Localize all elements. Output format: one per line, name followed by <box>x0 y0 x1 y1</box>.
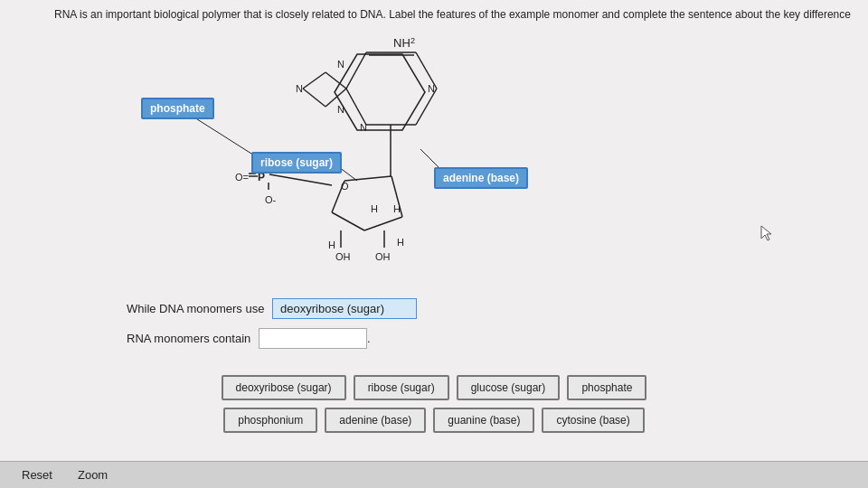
svg-line-9 <box>303 72 326 89</box>
zoom-button[interactable]: Zoom <box>74 466 111 483</box>
bank-item-cytosine[interactable]: cytosine (base) <box>542 408 644 433</box>
svg-text:N: N <box>296 83 303 94</box>
sentence-line-1: While DNA monomers use deoxyribose (suga… <box>127 298 669 319</box>
phosphate-label-box: phosphate <box>141 98 214 119</box>
sentence-1-answer[interactable]: deoxyribose (sugar) <box>272 298 417 319</box>
reset-button[interactable]: Reset <box>18 466 56 483</box>
svg-text:N: N <box>337 59 344 70</box>
sentence-1-prefix: While DNA monomers use <box>127 302 264 315</box>
phosphate-label-text: phosphate <box>150 102 205 115</box>
bank-item-phosphate[interactable]: phosphate <box>567 375 646 400</box>
main-container: RNA is an important biological polymer t… <box>0 0 868 488</box>
adenine-label-text: adenine (base) <box>443 172 519 184</box>
svg-text:O=: O= <box>235 172 249 183</box>
svg-line-23 <box>332 181 344 212</box>
svg-line-8 <box>326 72 346 89</box>
sentence-line-2: RNA monomers contain . <box>127 328 669 349</box>
svg-text:OH: OH <box>375 251 391 262</box>
svg-line-21 <box>364 217 402 230</box>
sentence-area: While DNA monomers use deoxyribose (suga… <box>127 298 669 358</box>
svg-line-36 <box>269 174 332 185</box>
cursor <box>760 224 774 242</box>
svg-text:2: 2 <box>410 36 415 45</box>
bank-item-deoxyribose[interactable]: deoxyribose (sugar) <box>222 375 346 400</box>
nh2-text: NH <box>393 36 410 50</box>
svg-line-22 <box>332 212 364 230</box>
svg-line-5 <box>346 89 366 125</box>
ribose-label-box: ribose (sugar) <box>251 152 342 174</box>
bank-item-glucose[interactable]: glucose (sugar) <box>457 375 561 400</box>
svg-line-10 <box>303 89 326 107</box>
bank-item-guanine[interactable]: guanine (base) <box>433 408 534 433</box>
sentence-2-prefix: RNA monomers contain <box>127 332 250 345</box>
svg-text:H: H <box>397 237 404 248</box>
adenine-label-box: adenine (base) <box>434 167 528 189</box>
answer-bank: deoxyribose (sugar) ribose (sugar) gluco… <box>36 375 832 440</box>
bottom-bar: Reset Zoom <box>0 461 868 488</box>
svg-text:H: H <box>328 239 335 250</box>
content-area: RNA is an important biological polymer t… <box>0 0 868 488</box>
instruction-label: RNA is an important biological polymer t… <box>54 8 851 21</box>
svg-text:H: H <box>371 203 378 214</box>
instruction-text: RNA is an important biological polymer t… <box>54 7 859 23</box>
svg-text:O-: O- <box>265 194 277 205</box>
svg-text:N: N <box>428 83 435 94</box>
svg-text:H: H <box>393 203 401 214</box>
answer-bank-row-1: deoxyribose (sugar) ribose (sugar) gluco… <box>36 375 832 400</box>
bank-item-phosphonium[interactable]: phosphonium <box>223 408 317 433</box>
bank-item-adenine[interactable]: adenine (base) <box>325 408 426 433</box>
svg-text:OH: OH <box>335 251 351 262</box>
svg-line-6 <box>346 52 366 89</box>
ribose-label-text: ribose (sugar) <box>260 156 333 169</box>
bank-item-ribose[interactable]: ribose (sugar) <box>354 375 449 400</box>
sentence-2-answer[interactable] <box>259 328 367 349</box>
svg-text:N: N <box>360 122 367 133</box>
svg-text:N: N <box>337 104 344 115</box>
answer-bank-row-2: phosphonium adenine (base) guanine (base… <box>36 408 832 433</box>
diagram-area: NH 2 <box>90 27 588 289</box>
svg-line-3 <box>416 89 437 125</box>
